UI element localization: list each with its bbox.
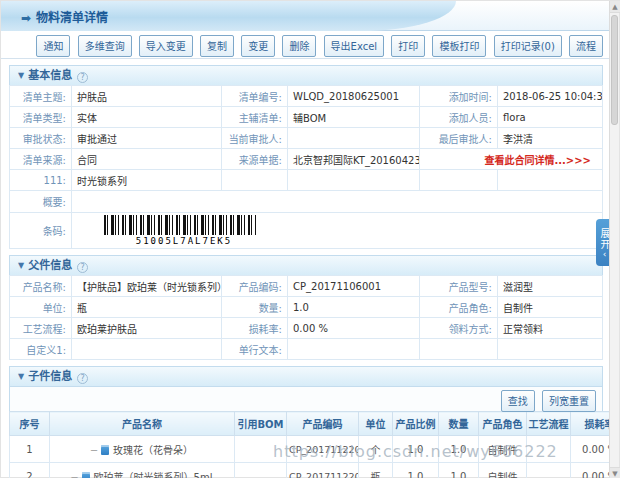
column-header-process[interactable]: 工艺流程 xyxy=(527,412,571,436)
field-value: 2018-06-25 10:04:37 xyxy=(498,86,603,107)
source-doc-value: 北京智邦国际KT_20160423002 xyxy=(288,149,420,170)
field-label: 产品名称: xyxy=(10,276,72,297)
column-header-ratio[interactable]: 产品比例 xyxy=(393,412,439,436)
import-change-button[interactable]: 导入变更 xyxy=(139,35,193,57)
field-value: 护肤品 xyxy=(72,86,222,107)
table-row: 单位: 瓶 数量: 1.0 产品角色: 自制件 xyxy=(10,297,603,318)
barcode-bars xyxy=(104,215,256,235)
field-label: 添加人员: xyxy=(420,107,498,128)
barcode: 51005L7AL7EK5 xyxy=(104,215,264,246)
field-value: 【护肤品】欧珀莱（时光锁系列）100ml xyxy=(72,276,222,297)
field-label: 111: xyxy=(10,170,72,191)
field-label: 来源单据: xyxy=(222,149,288,170)
field-value xyxy=(288,339,420,360)
field-label xyxy=(222,170,288,191)
vertical-scrollbar[interactable]: ▲ ▼ xyxy=(609,1,619,478)
cell-role: 自制件 xyxy=(479,436,527,463)
basic-info-section: ▼基本信息? 清单主题: 护肤品 清单编号: WLQD_20180625001 … xyxy=(9,65,603,249)
table-row[interactable]: 1 ─玫瑰花（花骨朵） CP_20171122004 个 1.0 1.0 自制件… xyxy=(10,436,612,463)
delete-button[interactable]: 删除 xyxy=(282,35,316,57)
product-icon xyxy=(101,445,109,455)
workflow-button[interactable]: 流程 xyxy=(569,35,603,57)
help-icon[interactable]: ? xyxy=(77,72,88,83)
field-value: 自制件 xyxy=(498,297,603,318)
column-header-unit[interactable]: 单位 xyxy=(359,412,393,436)
column-header-name[interactable]: 产品名称 xyxy=(50,412,235,436)
column-header-seq[interactable]: 序号 xyxy=(10,412,50,436)
barcode-cell: 51005L7AL7EK5 xyxy=(72,213,603,249)
summary-row: 概要: xyxy=(10,191,603,213)
search-button[interactable]: 查找 xyxy=(501,390,535,412)
field-value: 审批通过 xyxy=(72,128,222,149)
field-value: 时光锁系列 xyxy=(72,170,222,191)
field-value: flora xyxy=(498,107,603,128)
field-label: 条码: xyxy=(10,213,72,249)
print-log-button[interactable]: 打印记录(0) xyxy=(494,35,562,57)
export-excel-button[interactable]: 导出Excel xyxy=(324,35,385,57)
child-items-table: 序号 产品名称 引用BOM 产品编码 单位 产品比例 数量 产品角色 工艺流程 … xyxy=(9,411,611,478)
scroll-up-icon[interactable]: ▲ xyxy=(610,1,620,13)
multi-query-button[interactable]: 多维查询 xyxy=(78,35,132,57)
column-header-code[interactable]: 产品编码 xyxy=(287,412,359,436)
field-label: 产品型号: xyxy=(420,276,498,297)
copy-button[interactable]: 复制 xyxy=(200,35,234,57)
help-icon[interactable]: ? xyxy=(77,373,88,384)
field-label: 概要: xyxy=(10,191,72,213)
child-table-toolbar: 查找 列宽重置 xyxy=(9,386,603,411)
table-row: 产品名称: 【护肤品】欧珀莱（时光锁系列）100ml 产品编码: CP_2017… xyxy=(10,276,603,297)
table-row: 清单类型: 实体 主辅清单: 辅BOM 添加人员: flora xyxy=(10,107,603,128)
column-header-loss[interactable]: 损耗率 xyxy=(571,412,612,436)
cell-product-code: CP_20171122009 xyxy=(287,463,359,478)
field-label: 最后审批人: xyxy=(420,128,498,149)
field-value xyxy=(498,170,603,191)
parent-info-section: ▼父件信息? 产品名称: 【护肤品】欧珀莱（时光锁系列）100ml 产品编码: … xyxy=(9,255,603,360)
column-header-refbom[interactable]: 引用BOM xyxy=(235,412,287,436)
table-row: 自定义1: 单行文本: xyxy=(10,339,603,360)
field-label: 主辅清单: xyxy=(222,107,288,128)
field-label: 数量: xyxy=(222,297,288,318)
parent-info-header[interactable]: ▼父件信息? xyxy=(9,255,603,275)
field-value xyxy=(498,339,603,360)
cell-unit: 个 xyxy=(359,436,393,463)
template-print-button[interactable]: 模板打印 xyxy=(432,35,486,57)
field-label: 单位: xyxy=(10,297,72,318)
field-label xyxy=(420,339,498,360)
notify-button[interactable]: 通知 xyxy=(36,35,70,57)
collapse-arrow-icon: ▼ xyxy=(18,261,24,270)
help-icon[interactable]: ? xyxy=(77,262,88,273)
column-header-role[interactable]: 产品角色 xyxy=(479,412,527,436)
table-row: 审批状态: 审批通过 当前审批人: 最后审批人: 李洪清 xyxy=(10,128,603,149)
cell-seq: 1 xyxy=(10,436,50,463)
title-arrow-icon: ➡ xyxy=(21,11,31,25)
scroll-down-icon[interactable]: ▼ xyxy=(610,467,620,478)
cell-role: 自制件 xyxy=(479,463,527,478)
field-value: 滋润型 xyxy=(498,276,603,297)
field-label: 自定义1: xyxy=(10,339,72,360)
cell-product-name[interactable]: ─欧珀莱（时光锁系列）5ml xyxy=(50,463,235,478)
field-value: 0.00 % xyxy=(288,318,420,339)
reset-column-width-button[interactable]: 列宽重置 xyxy=(542,390,596,412)
contract-link-cell: 查看此合同详情...>>> xyxy=(420,149,603,170)
field-value: 正常领料 xyxy=(498,318,603,339)
table-row: 工艺流程: 欧珀莱护肤品 损耗率: 0.00 % 领料方式: 正常领料 xyxy=(10,318,603,339)
page-header: ➡物料清单详情 xyxy=(1,1,611,31)
field-value: 1.0 xyxy=(288,297,420,318)
print-button[interactable]: 打印 xyxy=(391,35,425,57)
cell-ratio: 1.0 xyxy=(393,436,439,463)
field-value: CP_20171106001 xyxy=(288,276,420,297)
basic-info-header[interactable]: ▼基本信息? xyxy=(9,65,603,85)
cell-ref-bom xyxy=(235,463,287,478)
column-header-qty[interactable]: 数量 xyxy=(439,412,479,436)
child-info-header[interactable]: ▼子件信息? xyxy=(9,366,603,386)
change-button[interactable]: 变更 xyxy=(241,35,275,57)
table-row: 清单来源: 合同 来源单据: 北京智邦国际KT_20160423002 查看此合… xyxy=(10,149,603,170)
view-contract-link[interactable]: 查看此合同详情...>>> xyxy=(425,152,597,167)
parent-info-table: 产品名称: 【护肤品】欧珀莱（时光锁系列）100ml 产品编码: CP_2017… xyxy=(9,275,603,360)
field-label xyxy=(420,170,498,191)
scrollbar-thumb[interactable] xyxy=(611,15,618,125)
field-value xyxy=(288,128,420,149)
table-row[interactable]: 2 ─欧珀莱（时光锁系列）5ml CP_20171122009 瓶 1.0 1.… xyxy=(10,463,612,478)
field-value: 辅BOM xyxy=(288,107,420,128)
cell-product-name[interactable]: ─玫瑰花（花骨朵） xyxy=(50,436,235,463)
product-icon xyxy=(82,472,90,478)
